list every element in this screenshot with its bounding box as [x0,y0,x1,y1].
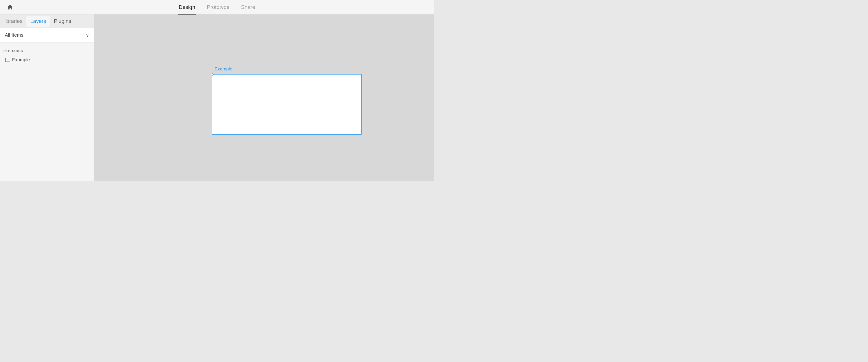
artboards-section-header: RTBOARDS [2,47,91,55]
canvas-area[interactable]: Example [94,14,434,181]
artboard-label: Example [215,66,232,72]
sidebar-tab-plugins[interactable]: Plugins [50,16,75,27]
tab-prototype[interactable]: Prototype [206,2,230,12]
home-button[interactable] [5,2,16,12]
all-items-label: All Items [5,32,23,38]
app-header: Design Prototype Share [0,0,434,14]
chevron-down-icon: ∨ [86,33,89,38]
sidebar-tab-layers[interactable]: Layers [26,16,50,27]
corner-handle[interactable] [211,73,214,76]
tab-share[interactable]: Share [240,2,256,12]
sidebar-tabs: braries Layers Plugins [0,14,94,28]
layer-item-name: Example [12,57,30,62]
sidebar-tab-libraries[interactable]: braries [2,16,26,27]
all-items-dropdown[interactable]: All Items ∨ [0,28,94,42]
home-icon [7,4,13,10]
artboard-frame[interactable] [212,74,362,134]
tab-design[interactable]: Design [178,2,196,12]
sidebar: braries Layers Plugins All Items ∨ RTBOA… [0,14,94,181]
list-item[interactable]: Example [2,55,91,65]
header-tabs: Design Prototype Share [178,2,256,12]
layers-panel: RTBOARDS Example [0,42,94,181]
header-left [5,2,16,12]
main-content: braries Layers Plugins All Items ∨ RTBOA… [0,14,434,181]
artboard-icon [5,58,10,62]
